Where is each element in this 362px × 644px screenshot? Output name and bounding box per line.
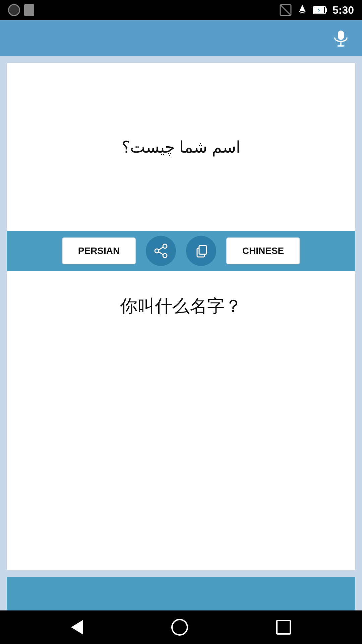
status-bar: 5:30 <box>0 0 362 20</box>
svg-rect-3 <box>325 8 327 12</box>
svg-line-11 <box>158 247 164 250</box>
airplane-icon <box>296 4 308 16</box>
persian-text: اسم شما چیست؟ <box>108 124 254 170</box>
persian-language-button[interactable]: PERSIAN <box>62 237 136 264</box>
recent-apps-button[interactable] <box>273 616 294 638</box>
sd-card-icon <box>24 4 34 16</box>
svg-rect-14 <box>199 246 206 254</box>
chinese-translation-panel: 你叫什么名字？ <box>7 271 355 570</box>
microphone-icon <box>332 29 350 47</box>
share-button[interactable] <box>146 236 176 266</box>
no-sim-icon <box>280 4 292 16</box>
svg-point-8 <box>163 244 167 248</box>
toolbar: PERSIAN CHINESE <box>7 231 355 271</box>
battery-icon <box>313 5 328 15</box>
main-content: اسم شما چیست؟ PERSIAN CHINESE 你叫什么名字？ <box>0 56 362 610</box>
back-button[interactable] <box>68 616 86 638</box>
chinese-language-button[interactable]: CHINESE <box>226 237 300 264</box>
copy-button[interactable] <box>186 236 216 266</box>
home-icon <box>171 619 188 636</box>
chinese-text: 你叫什么名字？ <box>113 288 249 325</box>
svg-point-10 <box>163 254 167 258</box>
status-left-icons <box>8 4 34 16</box>
share-icon <box>154 244 168 258</box>
svg-rect-5 <box>338 31 344 40</box>
back-icon <box>71 620 83 635</box>
status-right-icons: 5:30 <box>280 4 354 16</box>
home-button[interactable] <box>168 615 191 639</box>
clock-icon <box>8 4 20 16</box>
microphone-button[interactable] <box>332 29 350 47</box>
time-display: 5:30 <box>333 4 354 16</box>
bottom-strip <box>7 577 355 610</box>
recent-apps-icon <box>276 620 291 635</box>
persian-translation-panel: اسم شما چیست؟ <box>7 63 355 231</box>
navigation-bar <box>0 610 362 644</box>
copy-icon <box>194 244 208 258</box>
svg-line-12 <box>158 252 164 255</box>
svg-line-1 <box>281 5 290 15</box>
app-header <box>0 20 362 56</box>
svg-point-9 <box>155 249 159 253</box>
